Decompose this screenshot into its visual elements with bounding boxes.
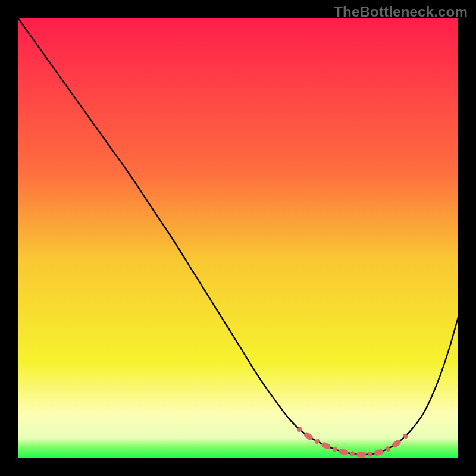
optimum-marker bbox=[321, 441, 331, 450]
optimum-marker bbox=[356, 452, 366, 457]
plot-area bbox=[18, 18, 458, 458]
optimum-marker bbox=[332, 446, 338, 453]
optimum-marker bbox=[368, 451, 372, 457]
optimum-marker bbox=[339, 448, 349, 456]
optimum-marker bbox=[391, 439, 402, 449]
optimum-markers bbox=[18, 18, 458, 458]
chart-frame: TheBottleneck.com bbox=[0, 0, 476, 476]
optimum-marker bbox=[296, 426, 303, 433]
optimum-marker bbox=[374, 449, 384, 456]
optimum-marker bbox=[402, 433, 409, 439]
optimum-marker bbox=[303, 431, 314, 441]
optimum-marker bbox=[350, 451, 355, 457]
watermark-text: TheBottleneck.com bbox=[334, 4, 468, 20]
optimum-marker bbox=[314, 438, 320, 444]
optimum-marker bbox=[384, 446, 390, 452]
